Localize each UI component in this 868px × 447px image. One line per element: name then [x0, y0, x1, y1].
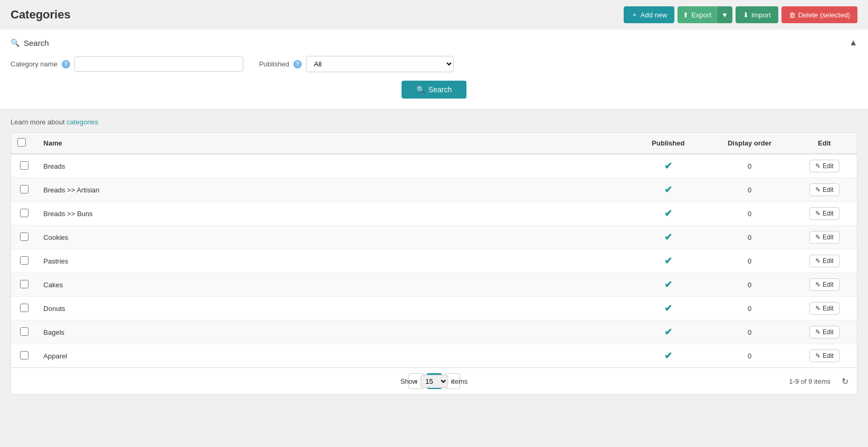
- search-panel-header[interactable]: 🔍 Search ▲: [11, 38, 857, 47]
- search-btn-icon: 🔍: [416, 85, 425, 94]
- row-edit-cell: ✎ Edit: [792, 178, 857, 202]
- edit-button[interactable]: ✎ Edit: [809, 255, 840, 267]
- edit-button[interactable]: ✎ Edit: [809, 183, 840, 196]
- row-checkbox-cell: [11, 273, 37, 297]
- search-button-wrap: 🔍 Search: [11, 81, 857, 99]
- row-name: Breads >> Artisian: [37, 178, 629, 202]
- row-display-order: 0: [707, 273, 791, 297]
- main-content: Learn more about categories Name Publish…: [0, 110, 868, 403]
- search-panel-header-left: 🔍 Search: [11, 38, 49, 47]
- table-row: Donuts ✔ 0 ✎ Edit: [11, 297, 857, 320]
- refresh-button[interactable]: ↻: [842, 376, 848, 386]
- published-column-header: Published: [629, 133, 707, 154]
- export-dropdown-button[interactable]: ▼: [717, 6, 732, 23]
- row-display-order: 0: [707, 249, 791, 273]
- row-checkbox-cell: [11, 178, 37, 202]
- row-checkbox[interactable]: [20, 280, 28, 288]
- pagination-info: 1-9 of 9 items: [789, 377, 831, 385]
- row-published: ✔: [629, 344, 707, 368]
- published-check-icon: ✔: [664, 279, 672, 290]
- name-column-header: Name: [37, 133, 629, 154]
- row-checkbox[interactable]: [20, 185, 28, 193]
- row-checkbox[interactable]: [20, 256, 28, 265]
- row-checkbox[interactable]: [20, 232, 28, 241]
- row-edit-cell: ✎ Edit: [792, 154, 857, 178]
- row-display-order: 0: [707, 320, 791, 344]
- edit-label: Edit: [823, 281, 834, 288]
- published-check-icon: ✔: [664, 327, 672, 337]
- pencil-icon: ✎: [815, 234, 821, 241]
- row-checkbox[interactable]: [20, 304, 28, 312]
- edit-button[interactable]: ✎ Edit: [809, 231, 840, 244]
- categories-link[interactable]: categories: [66, 118, 98, 126]
- row-name: Apparel: [37, 344, 629, 368]
- chevron-down-icon: ▼: [721, 11, 728, 19]
- row-published: ✔: [629, 178, 707, 202]
- row-checkbox-cell: [11, 154, 37, 178]
- table-row: Breads ✔ 0 ✎ Edit: [11, 154, 857, 178]
- edit-button[interactable]: ✎ Edit: [809, 302, 840, 315]
- row-checkbox[interactable]: [20, 351, 28, 359]
- collapse-icon: ▲: [849, 38, 857, 47]
- edit-button[interactable]: ✎ Edit: [809, 207, 840, 220]
- show-label: Show: [400, 377, 418, 385]
- row-display-order: 0: [707, 202, 791, 226]
- pencil-icon: ✎: [815, 186, 821, 193]
- table-row: Breads >> Artisian ✔ 0 ✎ Edit: [11, 178, 857, 202]
- add-new-button[interactable]: ＋ Add new: [624, 6, 675, 23]
- pencil-icon: ✎: [815, 210, 821, 217]
- export-button[interactable]: ⬆ Export: [678, 6, 717, 23]
- edit-column-header: Edit: [792, 133, 857, 154]
- row-published: ✔: [629, 297, 707, 320]
- category-name-input[interactable]: [74, 56, 243, 72]
- edit-button[interactable]: ✎ Edit: [809, 278, 840, 291]
- edit-label: Edit: [823, 352, 834, 359]
- table-row: Apparel ✔ 0 ✎ Edit: [11, 344, 857, 368]
- published-help-icon[interactable]: ?: [293, 60, 302, 69]
- edit-button[interactable]: ✎ Edit: [809, 326, 840, 338]
- row-edit-cell: ✎ Edit: [792, 202, 857, 226]
- row-edit-cell: ✎ Edit: [792, 273, 857, 297]
- published-check-icon: ✔: [664, 351, 672, 361]
- select-all-checkbox[interactable]: [17, 138, 26, 147]
- row-name: Cookies: [37, 226, 629, 249]
- published-check-icon: ✔: [664, 184, 672, 195]
- published-check-icon: ✔: [664, 303, 672, 314]
- row-edit-cell: ✎ Edit: [792, 249, 857, 273]
- row-checkbox[interactable]: [20, 161, 28, 170]
- published-field-group: Published ? All Published Unpublished: [259, 56, 454, 72]
- import-button[interactable]: ⬇ Import: [736, 6, 778, 23]
- edit-button[interactable]: ✎ Edit: [809, 349, 840, 362]
- row-edit-cell: ✎ Edit: [792, 226, 857, 249]
- pencil-icon: ✎: [815, 281, 821, 288]
- learn-more-text: Learn more about categories: [11, 118, 857, 126]
- published-select[interactable]: All Published Unpublished: [306, 56, 454, 72]
- pencil-icon: ✎: [815, 305, 821, 312]
- published-label: Published: [259, 60, 289, 68]
- edit-label: Edit: [823, 210, 834, 217]
- delete-selected-button[interactable]: 🗑 Delete (selected): [781, 6, 857, 23]
- categories-table-wrap: Name Published Display order Edit Breads…: [11, 132, 857, 395]
- search-icon: 🔍: [11, 38, 20, 47]
- row-name: Bagels: [37, 320, 629, 344]
- export-icon: ⬆: [683, 11, 689, 19]
- edit-button[interactable]: ✎ Edit: [809, 160, 840, 172]
- row-edit-cell: ✎ Edit: [792, 297, 857, 320]
- row-display-order: 0: [707, 154, 791, 178]
- row-published: ✔: [629, 202, 707, 226]
- edit-label: Edit: [823, 162, 834, 170]
- search-button[interactable]: 🔍 Search: [402, 81, 466, 99]
- edit-label: Edit: [823, 305, 834, 312]
- row-published: ✔: [629, 320, 707, 344]
- page-header: Categories ＋ Add new ⬆ Export ▼ ⬇ Import…: [0, 0, 868, 30]
- per-page-select[interactable]: 10 15 25 50 100: [421, 375, 448, 388]
- row-checkbox[interactable]: [20, 327, 28, 336]
- category-name-help-icon[interactable]: ?: [62, 60, 70, 69]
- row-edit-cell: ✎ Edit: [792, 344, 857, 368]
- row-display-order: 0: [707, 178, 791, 202]
- row-checkbox[interactable]: [20, 209, 28, 217]
- pencil-icon: ✎: [815, 162, 821, 170]
- categories-table: Name Published Display order Edit Breads…: [11, 133, 857, 367]
- edit-label: Edit: [823, 186, 834, 193]
- display-order-column-header: Display order: [707, 133, 791, 154]
